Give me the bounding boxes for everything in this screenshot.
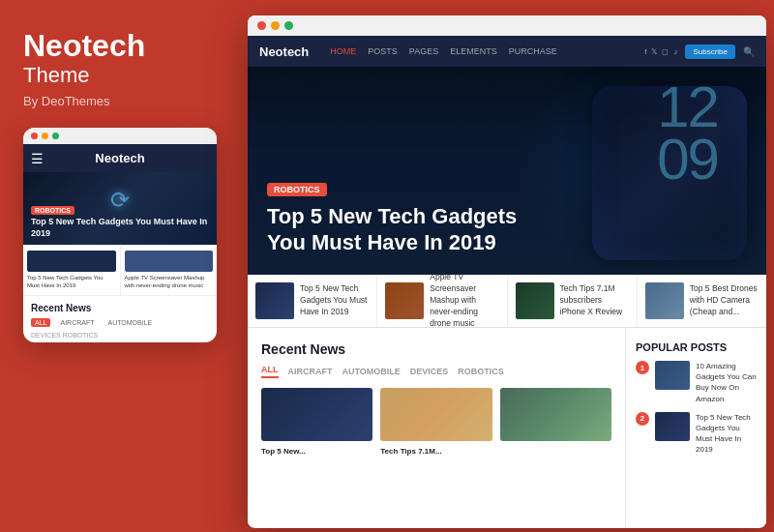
popular-text-2: Top 5 New Tech Gadgets You Must Have In … <box>696 412 757 456</box>
mobile-mockup: ☰ Neotech ⟳ ROBOTICS Top 5 New Tech Gadg… <box>23 128 217 342</box>
mobile-tab-automobile[interactable]: AUTOMOBILE <box>104 318 156 327</box>
mobile-thumb-row: Top 5 New Tech Gadgets You Must Have In … <box>23 245 217 295</box>
browser-dot-green <box>284 21 293 30</box>
filter-tabs: ALL AIRCRAFT AUTOMOBILE DEVICES ROBOTICS <box>261 365 611 378</box>
thumb-text-2: Apple TV Screensaver Mashup with never-e… <box>430 272 498 329</box>
recent-news-title: Recent News <box>261 341 611 357</box>
brand-by: By DeoThemes <box>23 94 217 108</box>
nav-link-purchase[interactable]: PURCHASE <box>509 46 557 56</box>
nav-link-pages[interactable]: PAGES <box>409 46 438 56</box>
news-card-2[interactable]: Tech Tips 7.1M... <box>380 388 491 457</box>
hero-badge: ROBOTICS <box>267 183 327 196</box>
browser-dot-yellow <box>271 21 280 30</box>
browser-dots-bar <box>248 15 766 36</box>
browser-dot-red <box>257 21 266 30</box>
mobile-hero-title: Top 5 New Tech Gadgets You Must Have In … <box>31 217 209 239</box>
thumb-item-1[interactable]: Top 5 New Tech Gadgets You Must Have In … <box>248 275 377 327</box>
thumb-img-1 <box>255 282 294 319</box>
filter-devices[interactable]: DEVICES <box>410 367 449 376</box>
mobile-nav: ☰ Neotech <box>23 144 217 172</box>
browser-mockup: Neotech HOME POSTS PAGES ELEMENTS PURCHA… <box>248 15 766 528</box>
facebook-icon[interactable]: f <box>644 47 646 56</box>
browser-nav-links: HOME POSTS PAGES ELEMENTS PURCHASE <box>330 46 556 56</box>
mobile-nav-title: Neotech <box>95 151 144 165</box>
thumb-img-1 <box>27 251 116 272</box>
thumb-text-1: Top 5 New Tech Gadgets You Must Have In … <box>300 283 369 318</box>
nav-link-home[interactable]: HOME <box>330 46 356 56</box>
subscribe-button[interactable]: Subscribe <box>685 44 735 59</box>
popular-img-2 <box>655 412 690 441</box>
thumb-img-3 <box>516 282 554 319</box>
mobile-thumb-2[interactable]: Apple TV Screensaver Mashup with never-e… <box>121 246 218 295</box>
browser-hero: 1209 ROBOTICS Top 5 New Tech Gadgets You… <box>248 67 766 275</box>
mobile-tab-aircraft[interactable]: AIRCRAFT <box>56 318 98 327</box>
popular-img-1 <box>655 361 690 390</box>
thumb-text-4: Top 5 Best Drones with HD Camera (Cheap … <box>690 283 759 318</box>
mobile-recent-sub: DEVICES ROBOTICS <box>31 332 209 339</box>
social-icons: f 𝕏 ◻ ♪ <box>644 47 677 56</box>
hamburger-icon[interactable]: ☰ <box>31 151 44 166</box>
left-panel: Neotech Theme By DeoThemes ☰ Neotech ⟳ R… <box>0 0 240 532</box>
news-card-title-1: Top 5 New... <box>261 446 372 457</box>
news-card-img-1 <box>261 388 372 441</box>
mobile-recent-title: Recent News <box>31 303 209 313</box>
thumb-text-3: Tech Tips 7.1M subscribers iPhone X Revi… <box>560 283 629 318</box>
mobile-thumb-1[interactable]: Top 5 New Tech Gadgets You Must Have In … <box>23 246 121 295</box>
filter-aircraft[interactable]: AIRCRAFT <box>288 367 333 376</box>
news-card-3[interactable] <box>500 388 611 457</box>
thumb-img-4 <box>645 282 684 319</box>
popular-posts-sidebar: POPULAR POSTS 1 10 Amazing Gadgets You C… <box>626 328 766 527</box>
mobile-hero-badge: ROBOTICS <box>31 206 74 215</box>
dot-green <box>52 133 59 139</box>
mobile-tabs: ALL AIRCRAFT AUTOMOBILE <box>31 318 209 327</box>
nav-link-elements[interactable]: ELEMENTS <box>450 46 497 56</box>
browser-content-area: Recent News ALL AIRCRAFT AUTOMOBILE DEVI… <box>248 328 766 527</box>
thumb-text-2: Apple TV Screensaver Mashup with never-e… <box>125 275 214 290</box>
thumb-text-1: Top 5 New Tech Gadgets You Must Have In … <box>27 275 116 290</box>
tiktok-icon[interactable]: ♪ <box>673 47 677 56</box>
twitter-icon[interactable]: 𝕏 <box>651 47 657 56</box>
brand-title: Neotech <box>23 29 217 63</box>
dot-red <box>31 133 38 139</box>
browser-navbar: Neotech HOME POSTS PAGES ELEMENTS PURCHA… <box>248 36 766 67</box>
news-card-1[interactable]: Top 5 New... <box>261 388 372 457</box>
mockup-dots-bar <box>23 128 217 144</box>
filter-robotics[interactable]: ROBOTICS <box>458 367 504 376</box>
instagram-icon[interactable]: ◻ <box>662 47 669 56</box>
news-grid: Top 5 New... Tech Tips 7.1M... <box>261 388 611 457</box>
thumb-item-3[interactable]: Tech Tips 7.1M subscribers iPhone X Revi… <box>508 275 638 327</box>
thumb-img-2 <box>385 282 424 319</box>
thumb-img-2 <box>125 251 214 272</box>
browser-logo: Neotech <box>259 44 309 59</box>
mobile-recent: Recent News ALL AIRCRAFT AUTOMOBILE DEVI… <box>23 295 217 342</box>
news-card-img-3 <box>500 388 611 441</box>
popular-num-1: 1 <box>636 361 649 374</box>
news-card-img-2 <box>380 388 491 441</box>
filter-automobile[interactable]: AUTOMOBILE <box>342 367 401 376</box>
hero-title: Top 5 New Tech Gadgets You Must Have In … <box>267 204 519 255</box>
popular-num-2: 2 <box>636 412 649 426</box>
dot-yellow <box>42 133 48 139</box>
search-icon[interactable]: 🔍 <box>743 46 755 57</box>
content-main: Recent News ALL AIRCRAFT AUTOMOBILE DEVI… <box>248 328 626 527</box>
mobile-hero-overlay: ROBOTICS Top 5 New Tech Gadgets You Must… <box>23 193 217 245</box>
news-card-title-2: Tech Tips 7.1M... <box>380 446 491 457</box>
thumb-row: Top 5 New Tech Gadgets You Must Have In … <box>248 275 766 328</box>
mobile-hero: ⟳ ROBOTICS Top 5 New Tech Gadgets You Mu… <box>23 172 217 245</box>
nav-link-posts[interactable]: POSTS <box>368 46 398 56</box>
popular-item-1[interactable]: 1 10 Amazing Gadgets You Can Buy Now On … <box>636 361 757 404</box>
thumb-item-4[interactable]: Top 5 Best Drones with HD Camera (Cheap … <box>638 275 766 327</box>
popular-posts-title: POPULAR POSTS <box>636 341 757 353</box>
thumb-item-2[interactable]: Apple TV Screensaver Mashup with never-e… <box>377 275 507 327</box>
popular-item-2[interactable]: 2 Top 5 New Tech Gadgets You Must Have I… <box>636 412 757 456</box>
hero-numbers: 1209 <box>657 81 718 186</box>
filter-all[interactable]: ALL <box>261 365 279 378</box>
mobile-tab-all[interactable]: ALL <box>31 318 50 327</box>
popular-text-1: 10 Amazing Gadgets You Can Buy Now On Am… <box>696 361 757 404</box>
browser-nav-right: f 𝕏 ◻ ♪ Subscribe 🔍 <box>644 44 755 59</box>
brand-subtitle: Theme <box>23 63 217 88</box>
hero-content: ROBOTICS Top 5 New Tech Gadgets You Must… <box>267 179 747 255</box>
